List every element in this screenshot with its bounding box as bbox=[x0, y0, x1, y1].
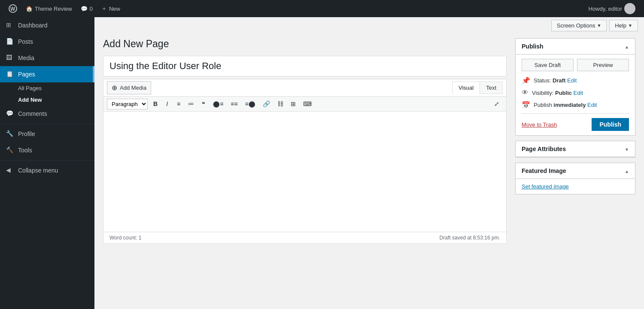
media-icon: 🖼 bbox=[6, 54, 14, 62]
home-icon: 🏠 bbox=[26, 6, 33, 12]
editor-statusbar: Word count: 1 Draft saved at 8:53:16 pm. bbox=[103, 232, 506, 243]
editor-tabs: Visual Text bbox=[452, 82, 503, 94]
tools-icon: 🔨 bbox=[6, 146, 14, 154]
sidebar-label-media: Media bbox=[18, 55, 34, 61]
sidebar-item-tools[interactable]: 🔨 Tools bbox=[0, 142, 94, 158]
sidebar-item-posts[interactable]: 📄 Posts bbox=[0, 33, 94, 50]
featured-image-metabox: Featured Image Set featured image bbox=[515, 163, 635, 194]
fullscreen-button[interactable]: ⤢ bbox=[491, 98, 503, 109]
word-count-label: Word count: 1 bbox=[109, 235, 142, 241]
post-title-input[interactable] bbox=[103, 56, 507, 76]
wp-logo[interactable]: W bbox=[4, 0, 21, 17]
link-button[interactable]: 🔗 bbox=[259, 98, 273, 109]
sidebar-label-profile: Profile bbox=[18, 130, 35, 137]
set-featured-image-link[interactable]: Set featured image bbox=[522, 183, 569, 190]
publish-metabox-header[interactable]: Publish bbox=[516, 39, 635, 55]
sidebar-item-dashboard[interactable]: ⊞ Dashboard bbox=[0, 17, 94, 33]
publish-metabox-content: Save Draft Preview 📌 Status: Draft bbox=[516, 55, 635, 135]
publish-metabox: Publish Save Draft Preview bbox=[515, 38, 635, 136]
main-content: Screen Options ▼ Help ▼ Add New Page bbox=[94, 17, 644, 309]
calendar-icon: 📅 bbox=[522, 101, 530, 109]
page-heading: Add New Page bbox=[103, 38, 507, 50]
sidebar-item-collapse[interactable]: ◀ Collapse menu bbox=[0, 162, 94, 179]
sidebar-label-comments: Comments bbox=[18, 110, 47, 117]
align-center-button[interactable]: ≡≡ bbox=[227, 98, 241, 109]
preview-button[interactable]: Preview bbox=[577, 59, 629, 71]
plus-icon: ＋ bbox=[101, 5, 107, 12]
visibility-row: 👁 Visibility: Public Edit bbox=[522, 89, 629, 97]
unordered-list-button[interactable]: ≡ bbox=[173, 98, 184, 109]
italic-button[interactable]: I bbox=[161, 98, 173, 109]
chevron-down-icon-help: ▼ bbox=[628, 23, 632, 28]
align-right-button[interactable]: ≡⬤ bbox=[242, 98, 259, 109]
editor-container: ⊕ Add Media Visual Text bbox=[103, 79, 507, 244]
sidebar-item-media[interactable]: 🖼 Media bbox=[0, 50, 94, 66]
sidebar-label-pages: Pages bbox=[18, 71, 35, 78]
posts-icon: 📄 bbox=[6, 38, 14, 45]
editor-column: Add New Page ⊕ Add Media Visual bbox=[103, 38, 507, 300]
editor-body[interactable] bbox=[103, 112, 506, 232]
publish-footer: Move to Trash Publish bbox=[522, 113, 629, 131]
more-button[interactable]: ⌨ bbox=[300, 98, 315, 109]
publish-chevron-icon bbox=[625, 43, 629, 50]
publish-time-row: 📅 Publish immediately Edit bbox=[522, 101, 629, 109]
sidebar-label-posts: Posts bbox=[18, 38, 33, 45]
blockquote-button[interactable]: ❝ bbox=[198, 98, 209, 109]
visibility-icon: 👁 bbox=[522, 89, 529, 97]
add-media-button[interactable]: ⊕ Add Media bbox=[107, 81, 151, 94]
status-edit-link[interactable]: Edit bbox=[567, 77, 577, 84]
dashboard-icon: ⊞ bbox=[6, 21, 14, 29]
svg-text:W: W bbox=[10, 6, 15, 12]
help-button[interactable]: Help ▼ bbox=[609, 20, 638, 31]
page-attributes-metabox: Page Attributes bbox=[515, 141, 635, 158]
topbar-site-name[interactable]: 🏠 Theme Review bbox=[21, 0, 76, 17]
comments-sidebar-icon: 💬 bbox=[6, 110, 14, 118]
status-icon: 📌 bbox=[522, 76, 530, 85]
topbar-new[interactable]: ＋ New bbox=[97, 0, 125, 17]
collapse-icon: ◀ bbox=[6, 167, 14, 174]
featured-image-header[interactable]: Featured Image bbox=[516, 163, 635, 179]
pages-icon: 📋 bbox=[6, 70, 14, 78]
bold-button[interactable]: B bbox=[150, 98, 161, 109]
sidebar-label-tools: Tools bbox=[18, 147, 32, 154]
publish-time-edit-link[interactable]: Edit bbox=[587, 102, 597, 108]
avatar[interactable] bbox=[624, 3, 635, 14]
profile-icon: 🔧 bbox=[6, 130, 14, 138]
sidebar-item-comments[interactable]: 💬 Comments bbox=[0, 106, 94, 122]
visibility-edit-link[interactable]: Edit bbox=[574, 90, 583, 96]
save-draft-button[interactable]: Save Draft bbox=[522, 59, 574, 71]
screen-options-bar: Screen Options ▼ Help ▼ bbox=[94, 17, 644, 34]
topbar: W 🏠 Theme Review 💬 0 ＋ New Howdy, editor bbox=[0, 0, 644, 17]
tab-text[interactable]: Text bbox=[480, 82, 503, 94]
tab-visual[interactable]: Visual bbox=[452, 82, 480, 94]
page-attributes-chevron-icon bbox=[625, 145, 629, 152]
sidebar-item-pages[interactable]: 📋 Pages bbox=[0, 66, 94, 82]
featured-image-content: Set featured image bbox=[516, 179, 635, 194]
draft-saved-status: Draft saved at 8:53:16 pm. bbox=[440, 235, 500, 241]
featured-image-chevron-icon bbox=[625, 167, 629, 174]
editor-toolbar-top: ⊕ Add Media Visual Text bbox=[103, 79, 506, 97]
status-row: 📌 Status: Draft Edit bbox=[522, 76, 629, 85]
topbar-comments[interactable]: 💬 0 bbox=[76, 0, 97, 17]
topbar-user: Howdy, editor bbox=[588, 3, 640, 14]
move-to-trash-link[interactable]: Move to Trash bbox=[522, 121, 557, 128]
right-sidebar: Publish Save Draft Preview bbox=[515, 38, 635, 300]
add-media-icon: ⊕ bbox=[112, 84, 117, 92]
ordered-list-button[interactable]: ≔ bbox=[185, 98, 197, 109]
sidebar-subitem-all-pages[interactable]: All Pages bbox=[0, 82, 94, 94]
paragraph-select[interactable]: Paragraph bbox=[107, 99, 148, 109]
sidebar-subitem-add-new[interactable]: Add New bbox=[0, 94, 94, 106]
sidebar-item-profile[interactable]: 🔧 Profile bbox=[0, 126, 94, 142]
screen-options-button[interactable]: Screen Options ▼ bbox=[551, 20, 607, 31]
align-left-button[interactable]: ⬤≡ bbox=[210, 98, 227, 109]
sidebar: ⊞ Dashboard 📄 Posts 🖼 Media 📋 Pages All … bbox=[0, 17, 94, 309]
draft-preview-row: Save Draft Preview bbox=[522, 59, 629, 71]
format-toolbar: Paragraph B I ≡ ≔ ❝ ⬤≡ ≡≡ ≡⬤ 🔗 ⛓ ⊞ ⌨ bbox=[103, 97, 506, 112]
sidebar-label-dashboard: Dashboard bbox=[18, 22, 48, 29]
sidebar-label-collapse: Collapse menu bbox=[18, 167, 58, 174]
table-button[interactable]: ⊞ bbox=[287, 98, 299, 109]
page-attributes-header[interactable]: Page Attributes bbox=[516, 141, 635, 157]
publish-button[interactable]: Publish bbox=[592, 118, 629, 131]
unlink-button[interactable]: ⛓ bbox=[274, 98, 287, 109]
chevron-down-icon: ▼ bbox=[597, 23, 601, 28]
